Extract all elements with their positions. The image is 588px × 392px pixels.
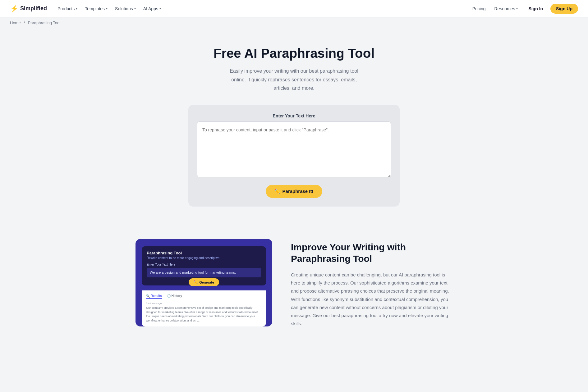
mock-generate-icon: ✏️ (194, 280, 198, 284)
breadcrumb: Home / Paraphrasing Tool (0, 17, 588, 28)
nav-pricing[interactable]: Pricing (469, 4, 489, 13)
logo-icon: ⚡ (10, 5, 18, 13)
brand-logo[interactable]: ⚡ Simplified (10, 5, 47, 13)
hero-section: Free AI Paraphrasing Tool Easily improve… (0, 28, 588, 219)
mock-tab-results: 🔍 Results (146, 294, 162, 299)
hero-subtitle: Easily improve your writing with our bes… (229, 67, 359, 92)
features-section: Paraphrasing Tool Rewrite content to be … (123, 239, 465, 353)
nav-products[interactable]: Products (54, 4, 80, 13)
breadcrumb-home[interactable]: Home (10, 21, 21, 25)
nav-right: Pricing Resources Sign In Sign Up (469, 4, 578, 14)
products-chevron-icon (76, 7, 77, 10)
brand-name: Simplified (20, 5, 47, 12)
mock-tab-history: 🕐 History (167, 294, 182, 299)
ai-apps-chevron-icon (159, 7, 161, 10)
paraphrase-button-label: Paraphrase It! (282, 189, 313, 194)
mock-input-box: We are a design and marketing tool for m… (147, 268, 261, 277)
nav-resources[interactable]: Resources (491, 4, 521, 13)
mock-result-time: 0 minutes ago (146, 302, 262, 305)
signin-button[interactable]: Sign In (523, 4, 548, 13)
mock-result-text: Our company provides a comprehensive set… (146, 306, 262, 323)
nav-links: Products Templates Solutions AI Apps (54, 4, 469, 13)
mock-generate-button: ✏️ Generate (189, 278, 219, 286)
paraphrase-icon: ✏️ (274, 189, 280, 194)
signup-button[interactable]: Sign Up (550, 4, 578, 14)
solutions-chevron-icon (134, 7, 136, 10)
mock-tool-sub: Rewrite content to be more engaging and … (147, 256, 261, 260)
paraphrase-button[interactable]: ✏️ Paraphrase It! (266, 185, 322, 198)
features-description: Creating unique content can be challengi… (291, 271, 452, 328)
tool-textarea[interactable] (197, 121, 391, 177)
features-text: Improve Your Writing with Paraphrasing T… (291, 239, 452, 328)
nav-templates[interactable]: Templates (82, 4, 111, 13)
mock-input-label: Enter Your Text Here (147, 263, 261, 266)
tool-actions: ✏️ Paraphrase It! (197, 185, 391, 198)
navbar: ⚡ Simplified Products Templates Solution… (0, 0, 588, 17)
mock-screenshot-bg: Paraphrasing Tool Rewrite content to be … (136, 239, 272, 326)
mock-tool-title: Paraphrasing Tool (147, 251, 261, 255)
features-image: Paraphrasing Tool Rewrite content to be … (136, 239, 272, 326)
templates-chevron-icon (106, 7, 108, 10)
paraphrase-tool-card: Enter Your Text Here ✏️ Paraphrase It! (188, 105, 400, 207)
hero-title: Free AI Paraphrasing Tool (7, 46, 581, 61)
tool-input-label: Enter Your Text Here (197, 113, 391, 118)
mock-tabs: 🔍 Results 🕐 History (146, 294, 262, 299)
features-title: Improve Your Writing with Paraphrasing T… (291, 241, 452, 265)
breadcrumb-current: Paraphrasing Tool (28, 21, 61, 25)
mock-generate-label: Generate (199, 280, 214, 284)
nav-solutions[interactable]: Solutions (112, 4, 139, 13)
mock-results-panel: 🔍 Results 🕐 History 0 minutes ago Our co… (142, 290, 266, 326)
nav-ai-apps[interactable]: AI Apps (140, 4, 164, 13)
breadcrumb-separator: / (24, 21, 25, 25)
resources-chevron-icon (516, 7, 518, 10)
